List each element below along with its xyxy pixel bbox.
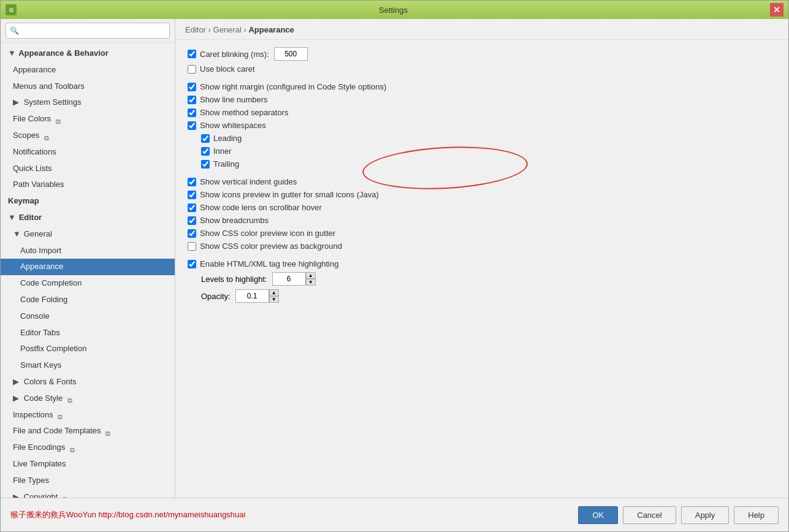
sidebar-item-code-style[interactable]: ▶ Code Style [1,390,175,407]
show-css-color-preview-checkbox[interactable] [188,229,196,238]
show-code-lens-label[interactable]: Show code lens on scrollbar hover [200,203,322,212]
trailing-label[interactable]: Trailing [213,159,239,169]
levels-label: Levels to highlight: [201,275,267,284]
sidebar-label: Console [20,311,50,321]
show-vertical-indent-label[interactable]: Show vertical indent guides [200,177,297,186]
sidebar-item-copyright[interactable]: ▶ Copyright [1,489,175,498]
show-vertical-indent-checkbox[interactable] [188,178,196,186]
inner-label[interactable]: Inner [213,146,232,156]
settings-window: ⚙ Settings ✕ 🔍 ▼ Appearance & Behavior A… [0,0,789,532]
help-button[interactable]: Help [734,506,779,524]
sidebar-label: Code Completion [20,278,82,287]
settings-content: Caret blinking (ms): Use block caret [175,40,788,498]
sidebar-item-notifications[interactable]: Notifications [1,144,175,161]
sidebar-item-appearance-behavior[interactable]: ▼ Appearance & Behavior [1,45,175,62]
sidebar-item-colors-fonts[interactable]: ▶ Colors & Fonts [1,374,175,390]
content-area: 🔍 ▼ Appearance & Behavior Appearance Men… [1,19,788,498]
show-breadcrumbs-label[interactable]: Show breadcrumbs [200,216,269,225]
use-block-caret-label[interactable]: Use block caret [200,64,255,74]
show-css-color-preview-label[interactable]: Show CSS color preview icon in gutter [200,229,335,238]
use-block-caret-checkbox[interactable] [188,65,196,74]
show-method-separators-label[interactable]: Show method separators [200,108,289,117]
sidebar-label: Smart Keys [20,360,61,370]
sidebar-label: Live Templates [13,459,66,468]
show-css-color-bg-checkbox[interactable] [188,242,196,251]
sidebar-item-editor[interactable]: ▼ Editor [1,210,175,226]
show-whitespaces-checkbox[interactable] [188,121,196,130]
sidebar-label: Appearance [20,262,63,271]
show-line-numbers-checkbox[interactable] [188,96,196,104]
sidebar-item-inspections[interactable]: Inspections [1,407,175,424]
sidebar-item-general[interactable]: ▼ General [1,226,175,243]
show-icons-preview-checkbox[interactable] [188,191,196,199]
caret-blinking-checkbox[interactable] [188,50,196,58]
search-wrap: 🔍 [1,19,175,43]
close-button[interactable]: ✕ [770,3,783,17]
ok-button[interactable]: OK [578,506,618,524]
sidebar-item-smart-keys[interactable]: Smart Keys [1,357,175,374]
opacity-up-button[interactable]: ▲ [269,289,279,296]
search-input[interactable] [6,23,170,39]
sidebar-label: Postfix Completion [20,344,86,353]
sidebar-item-postfix-completion[interactable]: Postfix Completion [1,341,175,357]
sidebar-item-file-types[interactable]: File Types [1,473,175,489]
enable-html-xml-label[interactable]: Enable HTML/XML tag tree highlighting [200,259,338,268]
show-css-color-bg-label[interactable]: Show CSS color preview as background [200,241,342,251]
sidebar-item-auto-import[interactable]: Auto Import [1,243,175,259]
sidebar-label: Menus and Toolbars [13,82,85,91]
sidebar-item-file-encodings[interactable]: File Encodings [1,439,175,456]
sidebar-item-keymap[interactable]: Keymap [1,193,175,210]
sidebar-item-code-folding[interactable]: Code Folding [1,292,175,308]
breadcrumb-general: General [213,25,242,34]
footer-buttons: OK Cancel Apply Help [578,506,779,524]
show-css-color-bg-row: Show CSS color preview as background [188,241,776,251]
leading-label[interactable]: Leading [213,134,242,143]
sidebar-item-editor-tabs[interactable]: Editor Tabs [1,325,175,341]
caret-blinking-label[interactable]: Caret blinking (ms): [200,50,269,59]
watermark-text: 猴子搬来的救兵WooYun http://blog.csdn.net/mynam… [10,509,245,520]
leading-checkbox[interactable] [201,134,210,143]
opacity-spinner-buttons: ▲ ▼ [269,289,279,303]
sidebar-item-file-colors[interactable]: File Colors [1,111,175,127]
show-line-numbers-label[interactable]: Show line numbers [200,95,268,104]
cancel-button[interactable]: Cancel [623,506,676,524]
sidebar-item-live-templates[interactable]: Live Templates [1,456,175,473]
sidebar-item-appearance[interactable]: Appearance [1,62,175,78]
expand-arrow: ▶ [13,392,20,405]
show-method-separators-checkbox[interactable] [188,108,196,117]
inner-checkbox[interactable] [201,147,210,156]
sidebar-item-menus-toolbars[interactable]: Menus and Toolbars [1,78,175,95]
enable-html-xml-row: Enable HTML/XML tag tree highlighting [188,259,776,268]
search-container: 🔍 [6,23,170,39]
copy-icon [56,115,64,124]
sidebar-item-quick-lists[interactable]: Quick Lists [1,161,175,177]
show-right-margin-label[interactable]: Show right margin (configured in Code St… [200,82,386,91]
levels-spinner: ▲ ▼ [272,272,316,286]
levels-down-button[interactable]: ▼ [306,279,316,286]
show-vertical-indent-row: Show vertical indent guides [188,177,776,186]
footer-bar: 猴子搬来的救兵WooYun http://blog.csdn.net/mynam… [1,498,788,531]
sidebar-item-console[interactable]: Console [1,308,175,325]
show-icons-preview-label[interactable]: Show icons preview in gutter for small i… [200,190,379,199]
show-right-margin-row: Show right margin (configured in Code St… [188,82,776,91]
trailing-checkbox[interactable] [201,160,210,169]
show-right-margin-checkbox[interactable] [188,83,196,91]
show-code-lens-checkbox[interactable] [188,203,196,212]
opacity-input[interactable] [235,289,269,303]
enable-html-xml-checkbox[interactable] [188,260,196,268]
opacity-down-button[interactable]: ▼ [269,296,279,303]
sidebar-label: System Settings [24,97,82,107]
levels-input[interactable] [272,272,306,286]
show-method-separators-row: Show method separators [188,108,776,117]
sidebar-item-scopes[interactable]: Scopes [1,127,175,144]
show-breadcrumbs-checkbox[interactable] [188,216,196,225]
sidebar-item-file-code-templates[interactable]: File and Code Templates [1,423,175,439]
sidebar-item-code-completion[interactable]: Code Completion [1,275,175,292]
show-whitespaces-label[interactable]: Show whitespaces [200,121,266,130]
levels-up-button[interactable]: ▲ [306,272,316,279]
sidebar-item-path-variables[interactable]: Path Variables [1,177,175,193]
caret-blinking-input[interactable] [274,47,308,61]
apply-button[interactable]: Apply [681,506,730,524]
sidebar-item-system-settings[interactable]: ▶ System Settings [1,94,175,111]
sidebar-item-appearance-selected[interactable]: Appearance [1,259,175,275]
